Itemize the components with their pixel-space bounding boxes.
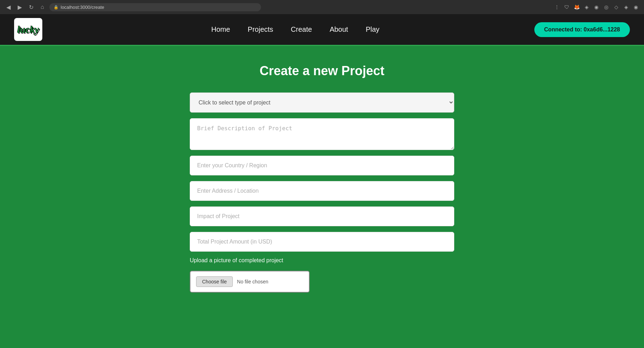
connect-wallet-button[interactable]: Connected to: 0xa6d6...1228 (534, 22, 630, 37)
address-input[interactable] (190, 181, 454, 201)
amount-input[interactable] (190, 232, 454, 252)
nav-about[interactable]: About (330, 25, 348, 33)
description-textarea[interactable] (190, 118, 454, 150)
logo-container: lucky (14, 18, 42, 41)
browser-chrome: ◀ ▶ ↻ ⌂ 🔒 localhost:3000/create ⋮ 🛡 🦊 ◈ … (0, 0, 644, 14)
home-button[interactable]: ⌂ (38, 3, 47, 11)
create-project-form: Click to select type of project Upload a… (190, 92, 454, 293)
ext-8[interactable]: ◈ (622, 3, 630, 11)
lock-icon: 🔒 (54, 5, 59, 10)
ext-9[interactable]: ◉ (632, 3, 640, 11)
impact-input[interactable] (190, 206, 454, 226)
ext-4[interactable]: ◈ (583, 3, 590, 11)
ext-5[interactable]: ◉ (593, 3, 600, 11)
project-type-select[interactable]: Click to select type of project (190, 92, 454, 113)
forward-button[interactable]: ▶ (16, 3, 24, 11)
extensions-area: ⋮ 🛡 🦊 ◈ ◉ ◎ ◇ ◈ ◉ (553, 3, 640, 11)
refresh-button[interactable]: ↻ (27, 3, 35, 11)
choose-file-button[interactable]: Choose file (196, 276, 233, 287)
nav-links: Home Projects Create About Play (56, 25, 534, 34)
ext-6[interactable]: ◎ (602, 3, 610, 11)
upload-label: Upload a picture of completed project (190, 257, 454, 264)
file-input-container: Choose file No file chosen (190, 271, 310, 293)
back-button[interactable]: ◀ (4, 3, 13, 11)
url-text: localhost:3000/create (61, 5, 104, 10)
nav-projects[interactable]: Projects (248, 25, 273, 33)
ext-1[interactable]: ⋮ (553, 3, 561, 11)
ext-3[interactable]: 🦊 (573, 3, 581, 11)
ext-7[interactable]: ◇ (612, 3, 620, 11)
nav-create[interactable]: Create (291, 25, 312, 33)
logo-text: lucky (17, 24, 39, 35)
navbar: lucky Home Projects Create About Play Co… (0, 14, 644, 46)
no-file-text: No file chosen (237, 279, 268, 284)
nav-play[interactable]: Play (366, 25, 379, 33)
main-content: Create a new Project Click to select typ… (0, 46, 644, 348)
upload-section: Upload a picture of completed project (190, 257, 454, 265)
country-input[interactable] (190, 156, 454, 175)
nav-home[interactable]: Home (211, 25, 230, 33)
page-title: Create a new Project (260, 64, 384, 78)
ext-2[interactable]: 🛡 (563, 3, 571, 11)
address-bar[interactable]: 🔒 localhost:3000/create (49, 3, 261, 11)
